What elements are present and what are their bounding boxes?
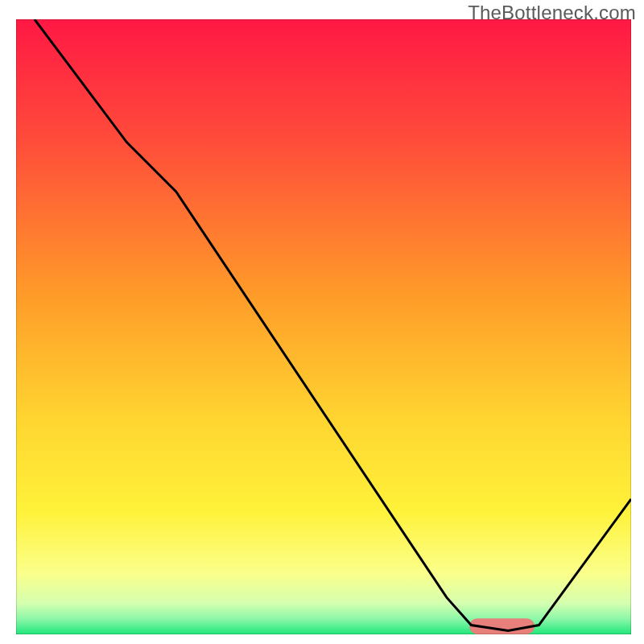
chart-container: TheBottleneck.com (0, 0, 644, 644)
gradient-background (16, 19, 631, 634)
bottleneck-chart (16, 19, 631, 634)
